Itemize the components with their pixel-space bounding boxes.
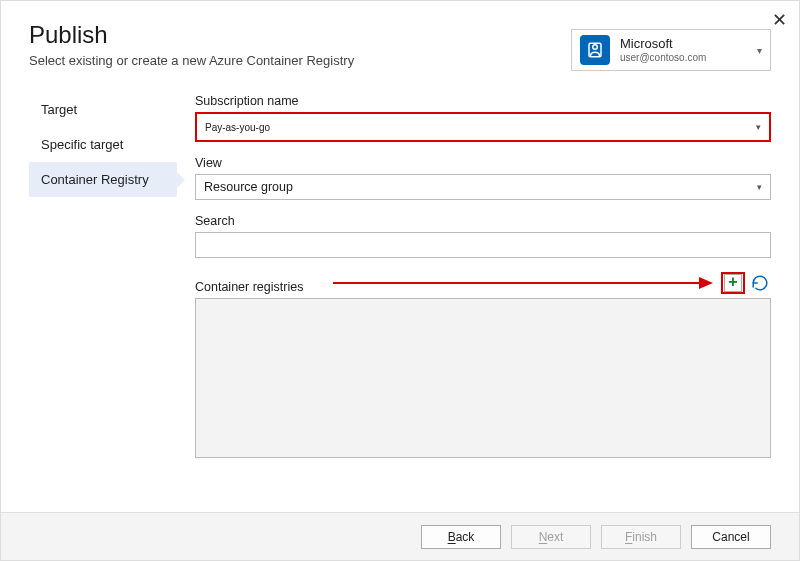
subscription-value: Pay-as-you-go xyxy=(205,122,270,133)
finish-button: Finish xyxy=(601,525,681,549)
container-registries-list[interactable] xyxy=(195,298,771,458)
search-label: Search xyxy=(195,214,771,228)
wizard-steps: Target Specific target Container Registr… xyxy=(29,92,177,458)
chevron-down-icon: ▾ xyxy=(757,45,762,56)
account-email: user@contoso.com xyxy=(620,52,706,63)
view-label: View xyxy=(195,156,771,170)
account-name: Microsoft xyxy=(620,37,706,51)
subscription-select[interactable]: Pay-as-you-go ▾ xyxy=(195,112,771,142)
subscription-label: Subscription name xyxy=(195,94,771,108)
back-button[interactable]: Back xyxy=(421,525,501,549)
plus-icon: + xyxy=(724,274,742,292)
chevron-down-icon: ▾ xyxy=(756,122,761,132)
dialog-footer: Back Next Finish Cancel xyxy=(1,512,799,560)
sidebar-item-target[interactable]: Target xyxy=(29,92,177,127)
account-picker[interactable]: Microsoft user@contoso.com ▾ xyxy=(571,29,771,71)
search-input[interactable] xyxy=(195,232,771,258)
account-badge-icon xyxy=(580,35,610,65)
chevron-down-icon: ▾ xyxy=(757,182,762,192)
refresh-button[interactable] xyxy=(749,272,771,294)
registries-label: Container registries xyxy=(195,280,303,294)
svg-point-0 xyxy=(593,45,598,50)
add-registry-button[interactable]: + xyxy=(721,272,745,294)
view-select[interactable]: Resource group ▾ xyxy=(195,174,771,200)
close-icon[interactable]: ✕ xyxy=(772,9,787,31)
sidebar-item-container-registry[interactable]: Container Registry xyxy=(29,162,177,197)
sidebar-item-specific-target[interactable]: Specific target xyxy=(29,127,177,162)
cancel-button[interactable]: Cancel xyxy=(691,525,771,549)
callout-arrow xyxy=(307,272,717,294)
view-value: Resource group xyxy=(204,180,293,194)
svg-marker-3 xyxy=(699,277,713,289)
next-button: Next xyxy=(511,525,591,549)
